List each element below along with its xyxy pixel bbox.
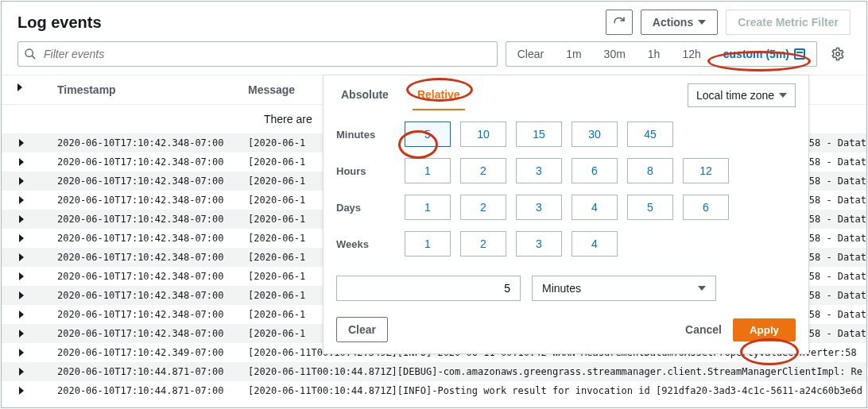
duration-unit-select[interactable]: Minutes	[532, 276, 716, 301]
preset-button[interactable]: 12	[683, 158, 729, 183]
cell-message-tail: 58 - Datat	[806, 195, 866, 206]
preset-button[interactable]: 1	[405, 195, 451, 220]
preset-button[interactable]: 8	[627, 158, 673, 183]
table-row[interactable]: 2020-06-10T17:10:44.871-07:00[2020-06-11…	[2, 381, 866, 400]
cell-timestamp: 2020-06-10T17:10:42.348-07:00	[41, 252, 248, 263]
chevron-right-icon	[19, 387, 24, 395]
panel-header: Log events Actions Create Metric Filter	[2, 2, 866, 41]
cell-message-tail: 58 - Datat	[806, 328, 866, 339]
search-wrap	[17, 41, 498, 67]
expand-row[interactable]	[2, 177, 41, 185]
expand-row[interactable]	[2, 349, 41, 357]
expand-row[interactable]	[2, 234, 41, 242]
search-input[interactable]	[17, 41, 498, 67]
preset-button[interactable]: 5	[405, 122, 451, 147]
time-preset-1m[interactable]: 1m	[555, 42, 592, 66]
cell-timestamp: 2020-06-10T17:10:42.348-07:00	[41, 233, 248, 244]
time-clear[interactable]: Clear	[506, 42, 555, 66]
preset-button[interactable]: 4	[572, 195, 618, 220]
popover-footer: Clear Cancel Apply	[324, 312, 808, 342]
chevron-right-icon	[19, 215, 24, 223]
cell-message-tail: 58 - Datat	[806, 290, 866, 301]
preset-row-label: Minutes	[336, 129, 405, 141]
preset-button[interactable]: 3	[516, 158, 562, 183]
cell-timestamp: 2020-06-10T17:10:42.348-07:00	[41, 290, 248, 301]
time-preset-12h[interactable]: 12h	[671, 42, 711, 66]
time-custom[interactable]: custom (5m)	[712, 42, 816, 66]
preset-row-label: Days	[336, 202, 405, 214]
preset-button[interactable]: 1	[405, 158, 451, 183]
col-timestamp[interactable]: Timestamp	[41, 83, 248, 96]
preset-button[interactable]: 6	[572, 158, 618, 183]
chevron-down-icon	[779, 93, 787, 98]
settings-button[interactable]	[825, 41, 851, 67]
chevron-right-icon	[19, 177, 24, 185]
time-preset-30m[interactable]: 30m	[593, 42, 637, 66]
expand-row[interactable]	[2, 196, 41, 204]
time-range-bar: Clear 1m 30m 1h 12h custom (5m)	[506, 41, 817, 67]
expand-row[interactable]	[2, 215, 41, 223]
preset-button[interactable]: 2	[460, 231, 506, 257]
expand-row[interactable]	[2, 387, 41, 395]
refresh-button[interactable]	[606, 10, 633, 35]
create-metric-filter-button[interactable]: Create Metric Filter	[726, 10, 851, 35]
svg-point-2	[836, 52, 840, 56]
preset-grid: Minutes510153045Hours1236812Days123456We…	[324, 110, 808, 271]
preset-button[interactable]: 15	[516, 122, 562, 147]
preset-row: Hours1236812	[336, 158, 796, 183]
timezone-select[interactable]: Local time zone	[688, 83, 796, 107]
cell-message-tail: 58 - Datat	[806, 214, 866, 225]
svg-point-0	[25, 49, 33, 56]
log-events-panel: Log events Actions Create Metric Filter	[1, 1, 867, 408]
preset-button[interactable]: 5	[627, 195, 673, 220]
cell-timestamp: 2020-06-10T17:10:42.348-07:00	[41, 137, 248, 149]
preset-button[interactable]: 2	[460, 158, 506, 183]
popover-cancel-button[interactable]: Cancel	[685, 323, 722, 336]
preset-button[interactable]: 2	[460, 195, 506, 220]
expand-row[interactable]	[2, 330, 41, 338]
cell-timestamp: 2020-06-10T17:10:42.349-07:00	[41, 347, 248, 358]
preset-button[interactable]: 4	[572, 231, 618, 257]
cell-timestamp: 2020-06-10T17:10:44.871-07:00	[41, 366, 248, 377]
cell-message-tail: 58 - Datat	[806, 156, 866, 168]
preset-button[interactable]: 6	[683, 195, 729, 220]
chevron-right-icon	[19, 272, 24, 280]
preset-row-label: Hours	[336, 165, 405, 177]
time-range-popover: Absolute Relative Local time zone Minute…	[323, 75, 809, 354]
expand-row[interactable]	[2, 253, 41, 261]
preset-button[interactable]: 3	[516, 231, 562, 257]
expand-row[interactable]	[2, 139, 41, 147]
tab-relative[interactable]: Relative	[413, 80, 465, 110]
preset-button[interactable]: 3	[516, 195, 562, 220]
duration-input[interactable]	[336, 276, 521, 301]
cell-message-tail: 58 - Datat	[806, 176, 866, 187]
expand-row[interactable]	[2, 158, 41, 166]
table-row[interactable]: 2020-06-10T17:10:44.871-07:00[2020-06-11…	[2, 362, 866, 381]
preset-row: Minutes510153045	[336, 122, 796, 147]
chevron-right-icon	[19, 311, 24, 318]
preset-button[interactable]: 10	[460, 122, 506, 147]
cell-message: [2020-06-11T00:10:44.871Z][DEBUG]-com.am…	[248, 366, 863, 377]
actions-label: Actions	[653, 16, 693, 29]
chevron-right-icon[interactable]	[17, 83, 22, 91]
gear-icon	[831, 47, 845, 61]
preset-button[interactable]: 30	[572, 122, 618, 147]
actions-dropdown[interactable]: Actions	[641, 10, 718, 35]
expand-row[interactable]	[2, 311, 41, 318]
expand-row[interactable]	[2, 291, 41, 299]
popover-clear-button[interactable]: Clear	[336, 317, 388, 342]
popover-header: Absolute Relative Local time zone	[324, 75, 808, 110]
preset-button[interactable]: 1	[405, 231, 451, 257]
page-title: Log events	[17, 14, 102, 32]
expand-row[interactable]	[2, 368, 41, 376]
svg-line-1	[32, 56, 35, 59]
expand-row[interactable]	[2, 272, 41, 280]
popover-apply-button[interactable]: Apply	[733, 318, 796, 341]
cell-timestamp: 2020-06-10T17:10:42.348-07:00	[41, 271, 248, 282]
cell-timestamp: 2020-06-10T17:10:42.348-07:00	[41, 328, 248, 339]
chevron-right-icon	[19, 368, 24, 376]
time-preset-1h[interactable]: 1h	[637, 42, 672, 66]
tab-absolute[interactable]: Absolute	[336, 80, 393, 110]
cell-message: [2020-06-11T00:10:44.871Z][INFO]-Posting…	[248, 385, 863, 396]
preset-button[interactable]: 45	[627, 122, 673, 147]
